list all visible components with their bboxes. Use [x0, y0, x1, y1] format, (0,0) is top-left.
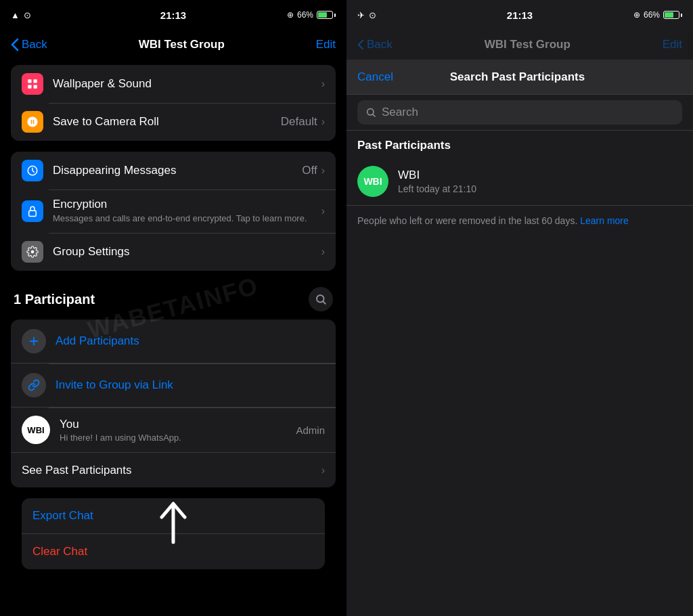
cancel-button[interactable]: Cancel	[357, 70, 393, 84]
wallpaper-title: Wallpaper & Sound	[53, 77, 152, 90]
info-text: People who left or were removed in the l…	[346, 206, 693, 236]
disappearing-title: Disappearing Messages	[53, 164, 176, 177]
right-bg-title: WBI Test Group	[485, 38, 571, 51]
learn-more-link[interactable]: Learn more	[580, 215, 629, 226]
disappearing-item[interactable]: Disappearing Messages Off ›	[11, 152, 336, 190]
wifi-icon: ⊙	[24, 10, 31, 20]
left-panel: ▲ ⊙ 21:13 ⊕ 66% Back WBI Test Gr	[0, 0, 346, 616]
encryption-subtitle: Messages and calls are end-to-end encryp…	[53, 213, 321, 225]
search-input[interactable]	[382, 106, 674, 119]
camera-roll-icon	[22, 111, 43, 133]
left-status-time: 21:13	[65, 9, 282, 21]
right-bg-edit: Edit	[663, 38, 682, 51]
invite-link-label: Invite to Group via Link	[55, 378, 173, 392]
left-status-icons: ▲ ⊙	[11, 10, 65, 20]
camera-roll-value: Default	[281, 115, 317, 129]
right-bg-back: Back	[357, 38, 393, 51]
right-battery-icon	[663, 11, 682, 19]
disappearing-content: Disappearing Messages	[53, 164, 302, 177]
see-past-label: See Past Participants	[22, 464, 132, 477]
clear-chat-button[interactable]: Clear Chat	[22, 533, 325, 569]
add-participants-label: Add Participants	[55, 334, 139, 348]
past-wbi-name: WBI	[398, 169, 476, 182]
right-content: Past Participants WBI WBI Left today at …	[346, 95, 693, 616]
modal-title: Search Past Participants	[393, 70, 642, 84]
right-bg-nav: Back WBI Test Group Edit	[346, 30, 693, 60]
svg-rect-5	[29, 211, 37, 216]
you-content: You Hi there! I am using WhatsApp.	[60, 418, 296, 443]
group-settings-item[interactable]: Group Settings ›	[11, 233, 336, 271]
disappearing-chevron: ›	[321, 164, 325, 177]
right-wifi-icon: ⊙	[369, 10, 376, 20]
participants-search-button[interactable]	[309, 287, 333, 311]
past-participant-wbi[interactable]: WBI WBI Left today at 21:10	[346, 158, 693, 205]
settings-section-1: Wallpaper & Sound › Save to Camera Roll …	[11, 65, 336, 141]
group-settings-icon	[22, 241, 43, 263]
add-participants-icon	[22, 329, 46, 353]
see-past-item[interactable]: See Past Participants ›	[11, 452, 336, 487]
see-past-chevron: ›	[321, 464, 325, 477]
wallpaper-chevron: ›	[321, 78, 325, 90]
svg-rect-1	[34, 79, 37, 83]
encryption-item[interactable]: Encryption Messages and calls are end-to…	[11, 190, 336, 233]
back-label: Back	[22, 38, 47, 51]
edit-button[interactable]: Edit	[316, 38, 336, 51]
back-button[interactable]: Back	[11, 38, 47, 51]
you-avatar: WBI	[22, 416, 50, 444]
camera-roll-chevron: ›	[321, 116, 325, 128]
svg-rect-2	[28, 85, 31, 89]
encryption-icon	[22, 200, 43, 222]
disappearing-value: Off	[302, 164, 317, 177]
right-battery-pct: 66%	[644, 10, 660, 20]
right-status-time: 21:13	[411, 9, 628, 21]
you-participant-item[interactable]: WBI You Hi there! I am using WhatsApp. A…	[11, 407, 336, 452]
wallpaper-icon	[22, 73, 43, 95]
left-nav-bar: Back WBI Test Group Edit	[0, 30, 346, 60]
export-chat-button[interactable]: Export Chat	[22, 498, 325, 533]
invite-link-icon	[22, 373, 46, 397]
location-icon: ⊕	[287, 10, 294, 20]
camera-roll-title: Save to Camera Roll	[53, 115, 159, 128]
right-location-icon: ⊕	[633, 10, 640, 20]
search-icon	[365, 107, 376, 118]
past-wbi-subtitle: Left today at 21:10	[398, 183, 476, 194]
right-status-bar: ✈ ⊙ 21:13 ⊕ 66%	[346, 0, 693, 30]
bottom-actions-section: Export Chat Clear Chat	[22, 498, 325, 569]
admin-badge: Admin	[296, 424, 325, 436]
add-participants-item[interactable]: Add Participants	[11, 320, 336, 363]
past-participants-header: Past Participants	[346, 131, 693, 158]
camera-roll-content: Save to Camera Roll	[53, 115, 281, 129]
invite-link-item[interactable]: Invite to Group via Link	[11, 363, 336, 407]
svg-rect-3	[34, 85, 37, 89]
left-status-right: ⊕ 66%	[282, 10, 336, 20]
signal-icon: ▲	[11, 10, 20, 20]
right-airplane-icon: ✈	[357, 10, 365, 20]
search-bar[interactable]	[357, 100, 682, 125]
svg-line-13	[373, 114, 375, 116]
battery-icon	[317, 11, 336, 19]
encryption-content: Encryption Messages and calls are end-to…	[53, 198, 321, 225]
you-subtitle: Hi there! I am using WhatsApp.	[60, 433, 296, 443]
right-panel: ✈ ⊙ 21:13 ⊕ 66% Back WBI Test Group Edit…	[346, 0, 693, 616]
right-modal-nav: Cancel Search Past Participants	[346, 60, 693, 95]
group-settings-content: Group Settings	[53, 245, 321, 259]
right-status-right: ⊕ 66%	[628, 10, 682, 20]
svg-line-8	[323, 302, 325, 304]
you-name: You	[60, 418, 296, 431]
right-status-icons: ✈ ⊙	[357, 10, 411, 20]
past-wbi-avatar: WBI	[357, 166, 388, 197]
group-settings-title: Group Settings	[53, 245, 129, 258]
search-container	[346, 95, 693, 130]
battery-pct-text: 66%	[297, 10, 313, 20]
left-content: Wallpaper & Sound › Save to Camera Roll …	[0, 60, 346, 616]
camera-roll-item[interactable]: Save to Camera Roll Default ›	[11, 103, 336, 141]
group-settings-chevron: ›	[321, 246, 325, 258]
left-status-bar: ▲ ⊙ 21:13 ⊕ 66%	[0, 0, 346, 30]
settings-section-2: Disappearing Messages Off › Encryption M…	[11, 152, 336, 271]
participants-header-row: 1 Participant	[11, 282, 336, 317]
participants-section: Add Participants Invite to Group via Lin…	[11, 320, 336, 487]
wallpaper-item[interactable]: Wallpaper & Sound ›	[11, 65, 336, 103]
wallpaper-content: Wallpaper & Sound	[53, 77, 321, 91]
participants-header: 1 Participant	[14, 292, 95, 307]
group-title: WBI Test Group	[139, 38, 225, 51]
